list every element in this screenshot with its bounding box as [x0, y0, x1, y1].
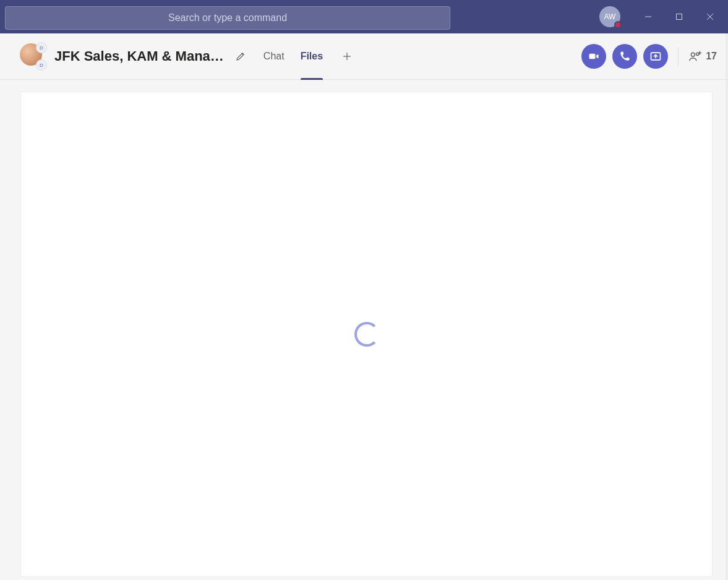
- me-avatar[interactable]: AW: [599, 6, 620, 27]
- video-call-button[interactable]: [581, 44, 606, 69]
- loading-spinner-icon: [354, 322, 379, 347]
- titlebar: Search or type a command AW: [0, 0, 728, 33]
- chat-header: D D JFK Sales, KAM & Mana… Chat Files: [0, 33, 728, 80]
- tab-files[interactable]: Files: [301, 33, 323, 79]
- me-initials: AW: [604, 12, 616, 21]
- close-icon: [706, 13, 714, 20]
- window-minimize-button[interactable]: [634, 6, 662, 27]
- svg-rect-1: [677, 14, 682, 20]
- tab-chat-label: Chat: [263, 51, 285, 62]
- divider: [678, 47, 679, 66]
- main-content: [0, 80, 728, 580]
- window-maximize-button[interactable]: [665, 6, 693, 27]
- avatar-small-badge-bottom: D: [36, 59, 47, 71]
- svg-point-8: [692, 53, 695, 56]
- plus-icon: [341, 51, 353, 62]
- chat-header-actions: 17: [581, 33, 717, 79]
- chat-tabs: Chat Files: [263, 33, 355, 79]
- tab-files-label: Files: [301, 51, 323, 62]
- pencil-icon: [235, 51, 246, 62]
- participants-button[interactable]: 17: [688, 50, 717, 63]
- titlebar-right: AW: [599, 0, 724, 33]
- search-input[interactable]: Search or type a command: [5, 6, 450, 30]
- minimize-icon: [644, 13, 652, 20]
- files-panel: [21, 92, 712, 576]
- window-close-button[interactable]: [696, 6, 724, 27]
- people-add-icon: [688, 50, 702, 63]
- maximize-icon: [675, 13, 683, 20]
- edit-chat-name-button[interactable]: [233, 48, 249, 64]
- search-placeholder: Search or type a command: [168, 12, 287, 24]
- add-tab-button[interactable]: [339, 48, 355, 64]
- audio-call-button[interactable]: [612, 44, 637, 69]
- participants-count: 17: [706, 51, 717, 62]
- svg-rect-6: [589, 54, 596, 59]
- phone-icon: [619, 50, 631, 63]
- share-screen-button[interactable]: [643, 44, 668, 69]
- scrollbar[interactable]: [726, 33, 728, 580]
- presence-busy-icon: [614, 21, 622, 28]
- avatar-small-badge-top: D: [36, 42, 47, 53]
- video-icon: [588, 50, 600, 63]
- chat-title: JFK Sales, KAM & Mana…: [54, 48, 224, 64]
- tab-chat[interactable]: Chat: [263, 33, 285, 79]
- share-screen-icon: [649, 50, 662, 63]
- group-avatar[interactable]: D D: [20, 43, 46, 69]
